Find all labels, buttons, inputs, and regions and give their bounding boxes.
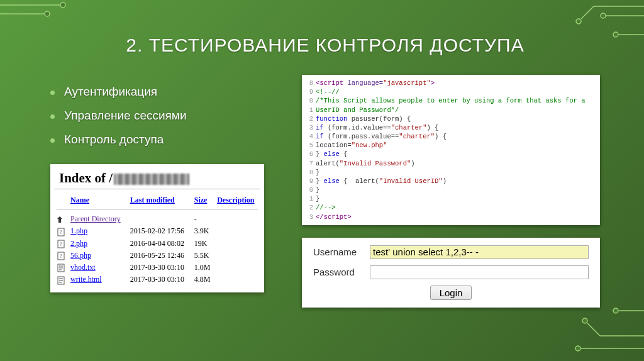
password-label: Password <box>313 267 364 277</box>
directory-listing-panel: Index of / Name Last modified Size Descr… <box>50 164 264 292</box>
table-row: vhod.txt 2017-03-30 03:10 1.0M <box>54 262 260 274</box>
directory-heading: Index of / <box>59 170 260 186</box>
table-row: ? 2.php 2016-04-04 08:02 19K <box>54 238 260 250</box>
col-desc[interactable]: Description <box>217 196 254 204</box>
table-row: Parent Directory - <box>54 213 260 225</box>
table-row: write.html 2017-03-30 03:10 4.8M <box>54 274 260 286</box>
bullet-item: Аутентификация <box>50 80 277 104</box>
file-link[interactable]: 2.php <box>70 239 87 248</box>
parent-directory-link[interactable]: Parent Directory <box>70 214 121 223</box>
col-name[interactable]: Name <box>70 196 89 204</box>
svg-text:?: ? <box>60 242 62 247</box>
bullet-item: Контроль доступа <box>50 128 277 152</box>
file-link[interactable]: 56.php <box>70 251 91 260</box>
text-file-icon <box>57 276 65 285</box>
bullet-item: Управление сессиями <box>50 104 277 128</box>
file-icon: ? <box>57 228 65 236</box>
slide-title: 2. ТЕСТИРОВАНИЕ КОНТРОЛЯ ДОСТУПА <box>50 35 600 56</box>
password-input[interactable] <box>370 265 589 279</box>
col-size[interactable]: Size <box>194 196 208 204</box>
login-button[interactable]: Login <box>430 286 472 300</box>
svg-text:?: ? <box>60 230 62 235</box>
file-link[interactable]: vhod.txt <box>70 263 96 272</box>
directory-table: Name Last modified Size Description Pare… <box>54 192 260 286</box>
file-icon: ? <box>57 252 65 260</box>
table-row: ? 56.php 2016-05-25 12:46 5.5K <box>54 250 260 262</box>
table-row: ? 1.php 2015-02-02 17:56 3.9K <box>54 225 260 237</box>
file-icon: ? <box>57 240 65 248</box>
file-link[interactable]: write.html <box>70 275 102 284</box>
bullet-list: Аутентификация Управление сессиями Контр… <box>50 80 277 152</box>
file-link[interactable]: 1.php <box>70 226 87 235</box>
text-file-icon <box>57 264 65 272</box>
redacted-path <box>114 174 189 185</box>
username-label: Username <box>313 247 364 257</box>
col-modified[interactable]: Last modified <box>130 196 175 204</box>
username-input[interactable] <box>370 245 589 259</box>
folder-up-icon <box>57 215 65 224</box>
login-form-panel: Username Password Login <box>302 238 600 308</box>
svg-text:?: ? <box>60 253 62 259</box>
code-snippet-panel: 8<script language="javascript"> 9<!--// … <box>302 75 600 225</box>
